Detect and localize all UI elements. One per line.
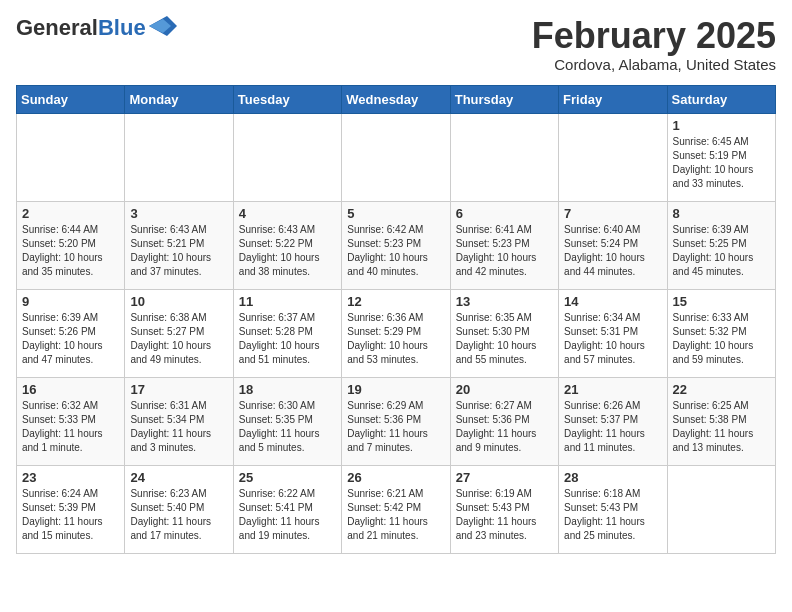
logo-blue: Blue	[98, 15, 146, 40]
day-number: 23	[22, 470, 119, 485]
title-block: February 2025 Cordova, Alabama, United S…	[532, 16, 776, 73]
logo-general: General	[16, 15, 98, 40]
calendar-cell: 24Sunrise: 6:23 AM Sunset: 5:40 PM Dayli…	[125, 465, 233, 553]
day-number: 15	[673, 294, 770, 309]
calendar-cell: 26Sunrise: 6:21 AM Sunset: 5:42 PM Dayli…	[342, 465, 450, 553]
calendar-cell	[667, 465, 775, 553]
day-info: Sunrise: 6:44 AM Sunset: 5:20 PM Dayligh…	[22, 223, 119, 279]
day-info: Sunrise: 6:34 AM Sunset: 5:31 PM Dayligh…	[564, 311, 661, 367]
day-info: Sunrise: 6:38 AM Sunset: 5:27 PM Dayligh…	[130, 311, 227, 367]
calendar-cell	[17, 113, 125, 201]
calendar-cell	[559, 113, 667, 201]
page-header: GeneralBlue February 2025 Cordova, Alaba…	[16, 16, 776, 73]
day-number: 11	[239, 294, 336, 309]
calendar-cell: 15Sunrise: 6:33 AM Sunset: 5:32 PM Dayli…	[667, 289, 775, 377]
day-number: 3	[130, 206, 227, 221]
day-info: Sunrise: 6:27 AM Sunset: 5:36 PM Dayligh…	[456, 399, 553, 455]
day-info: Sunrise: 6:35 AM Sunset: 5:30 PM Dayligh…	[456, 311, 553, 367]
logo-arrow-icon	[149, 16, 177, 36]
day-info: Sunrise: 6:40 AM Sunset: 5:24 PM Dayligh…	[564, 223, 661, 279]
calendar-cell: 21Sunrise: 6:26 AM Sunset: 5:37 PM Dayli…	[559, 377, 667, 465]
day-number: 17	[130, 382, 227, 397]
day-info: Sunrise: 6:39 AM Sunset: 5:25 PM Dayligh…	[673, 223, 770, 279]
week-row-3: 9Sunrise: 6:39 AM Sunset: 5:26 PM Daylig…	[17, 289, 776, 377]
day-number: 24	[130, 470, 227, 485]
calendar-cell: 18Sunrise: 6:30 AM Sunset: 5:35 PM Dayli…	[233, 377, 341, 465]
day-info: Sunrise: 6:26 AM Sunset: 5:37 PM Dayligh…	[564, 399, 661, 455]
day-number: 18	[239, 382, 336, 397]
calendar-cell: 20Sunrise: 6:27 AM Sunset: 5:36 PM Dayli…	[450, 377, 558, 465]
day-info: Sunrise: 6:42 AM Sunset: 5:23 PM Dayligh…	[347, 223, 444, 279]
day-info: Sunrise: 6:21 AM Sunset: 5:42 PM Dayligh…	[347, 487, 444, 543]
day-number: 10	[130, 294, 227, 309]
day-info: Sunrise: 6:33 AM Sunset: 5:32 PM Dayligh…	[673, 311, 770, 367]
calendar-cell: 4Sunrise: 6:43 AM Sunset: 5:22 PM Daylig…	[233, 201, 341, 289]
calendar-cell: 7Sunrise: 6:40 AM Sunset: 5:24 PM Daylig…	[559, 201, 667, 289]
day-info: Sunrise: 6:41 AM Sunset: 5:23 PM Dayligh…	[456, 223, 553, 279]
weekday-header-thursday: Thursday	[450, 85, 558, 113]
day-number: 19	[347, 382, 444, 397]
day-number: 6	[456, 206, 553, 221]
calendar-cell	[450, 113, 558, 201]
calendar-cell: 9Sunrise: 6:39 AM Sunset: 5:26 PM Daylig…	[17, 289, 125, 377]
day-info: Sunrise: 6:43 AM Sunset: 5:21 PM Dayligh…	[130, 223, 227, 279]
calendar-cell: 17Sunrise: 6:31 AM Sunset: 5:34 PM Dayli…	[125, 377, 233, 465]
calendar-cell: 19Sunrise: 6:29 AM Sunset: 5:36 PM Dayli…	[342, 377, 450, 465]
day-number: 2	[22, 206, 119, 221]
calendar-cell: 23Sunrise: 6:24 AM Sunset: 5:39 PM Dayli…	[17, 465, 125, 553]
day-info: Sunrise: 6:23 AM Sunset: 5:40 PM Dayligh…	[130, 487, 227, 543]
day-info: Sunrise: 6:45 AM Sunset: 5:19 PM Dayligh…	[673, 135, 770, 191]
calendar-cell: 13Sunrise: 6:35 AM Sunset: 5:30 PM Dayli…	[450, 289, 558, 377]
day-number: 16	[22, 382, 119, 397]
week-row-2: 2Sunrise: 6:44 AM Sunset: 5:20 PM Daylig…	[17, 201, 776, 289]
day-info: Sunrise: 6:25 AM Sunset: 5:38 PM Dayligh…	[673, 399, 770, 455]
calendar-cell: 25Sunrise: 6:22 AM Sunset: 5:41 PM Dayli…	[233, 465, 341, 553]
day-info: Sunrise: 6:19 AM Sunset: 5:43 PM Dayligh…	[456, 487, 553, 543]
day-info: Sunrise: 6:29 AM Sunset: 5:36 PM Dayligh…	[347, 399, 444, 455]
calendar-cell: 1Sunrise: 6:45 AM Sunset: 5:19 PM Daylig…	[667, 113, 775, 201]
calendar-cell	[125, 113, 233, 201]
calendar-cell: 5Sunrise: 6:42 AM Sunset: 5:23 PM Daylig…	[342, 201, 450, 289]
day-number: 26	[347, 470, 444, 485]
day-info: Sunrise: 6:18 AM Sunset: 5:43 PM Dayligh…	[564, 487, 661, 543]
weekday-header-wednesday: Wednesday	[342, 85, 450, 113]
weekday-header-monday: Monday	[125, 85, 233, 113]
day-number: 12	[347, 294, 444, 309]
day-number: 1	[673, 118, 770, 133]
calendar-cell: 6Sunrise: 6:41 AM Sunset: 5:23 PM Daylig…	[450, 201, 558, 289]
day-number: 9	[22, 294, 119, 309]
day-number: 21	[564, 382, 661, 397]
day-number: 14	[564, 294, 661, 309]
day-number: 28	[564, 470, 661, 485]
weekday-header-tuesday: Tuesday	[233, 85, 341, 113]
weekday-header-row: SundayMondayTuesdayWednesdayThursdayFrid…	[17, 85, 776, 113]
day-info: Sunrise: 6:39 AM Sunset: 5:26 PM Dayligh…	[22, 311, 119, 367]
day-info: Sunrise: 6:32 AM Sunset: 5:33 PM Dayligh…	[22, 399, 119, 455]
day-info: Sunrise: 6:37 AM Sunset: 5:28 PM Dayligh…	[239, 311, 336, 367]
calendar-cell: 16Sunrise: 6:32 AM Sunset: 5:33 PM Dayli…	[17, 377, 125, 465]
calendar-cell: 8Sunrise: 6:39 AM Sunset: 5:25 PM Daylig…	[667, 201, 775, 289]
calendar-cell: 12Sunrise: 6:36 AM Sunset: 5:29 PM Dayli…	[342, 289, 450, 377]
day-number: 4	[239, 206, 336, 221]
day-number: 22	[673, 382, 770, 397]
calendar-subtitle: Cordova, Alabama, United States	[532, 56, 776, 73]
calendar-cell	[233, 113, 341, 201]
day-info: Sunrise: 6:36 AM Sunset: 5:29 PM Dayligh…	[347, 311, 444, 367]
calendar-cell: 10Sunrise: 6:38 AM Sunset: 5:27 PM Dayli…	[125, 289, 233, 377]
day-number: 27	[456, 470, 553, 485]
week-row-4: 16Sunrise: 6:32 AM Sunset: 5:33 PM Dayli…	[17, 377, 776, 465]
calendar-cell: 14Sunrise: 6:34 AM Sunset: 5:31 PM Dayli…	[559, 289, 667, 377]
day-number: 25	[239, 470, 336, 485]
day-info: Sunrise: 6:24 AM Sunset: 5:39 PM Dayligh…	[22, 487, 119, 543]
calendar-cell: 2Sunrise: 6:44 AM Sunset: 5:20 PM Daylig…	[17, 201, 125, 289]
calendar-cell: 11Sunrise: 6:37 AM Sunset: 5:28 PM Dayli…	[233, 289, 341, 377]
day-number: 7	[564, 206, 661, 221]
calendar-cell: 28Sunrise: 6:18 AM Sunset: 5:43 PM Dayli…	[559, 465, 667, 553]
weekday-header-friday: Friday	[559, 85, 667, 113]
calendar-cell: 3Sunrise: 6:43 AM Sunset: 5:21 PM Daylig…	[125, 201, 233, 289]
day-number: 20	[456, 382, 553, 397]
calendar-cell	[342, 113, 450, 201]
day-info: Sunrise: 6:31 AM Sunset: 5:34 PM Dayligh…	[130, 399, 227, 455]
calendar-title: February 2025	[532, 16, 776, 56]
day-number: 8	[673, 206, 770, 221]
